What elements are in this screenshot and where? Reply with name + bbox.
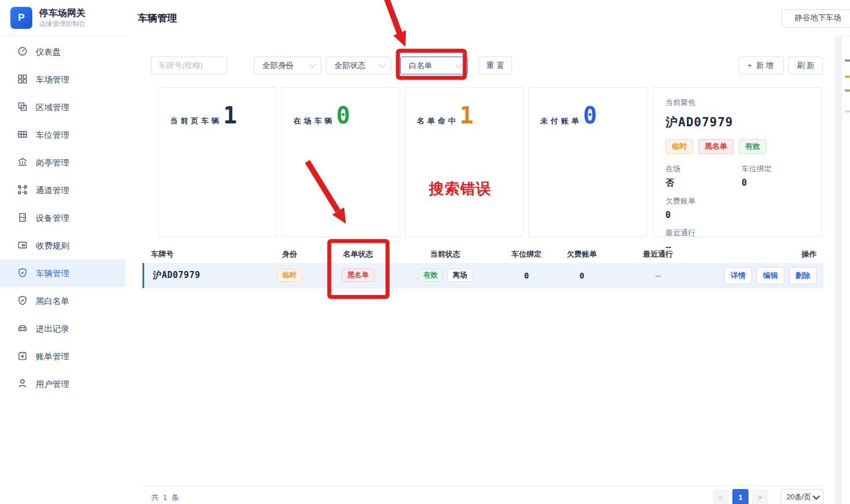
chevron-down-icon [309, 61, 316, 68]
cell-slot-bind: 0 [495, 271, 558, 280]
header-slot-bind: 车位绑定 [495, 249, 558, 259]
stat-card-onsite: 在场车辆 0 [281, 87, 400, 237]
sidebar-item-parking-lot[interactable]: 车场管理 [0, 66, 126, 93]
field-label: 车位绑定 [742, 164, 810, 174]
sidebar-item-channel[interactable]: 通道管理 [0, 176, 126, 204]
app-subtitle: 边缘管理控制台 [39, 20, 86, 28]
status-select[interactable]: 全部状态 [326, 57, 392, 74]
sidebar-item-label: 车场管理 [36, 74, 69, 85]
main-content: 全部身份 全部状态 白名单 重置 + 新增 刷新 当前页车辆 [126, 36, 835, 504]
field-label: 在场 [665, 164, 742, 174]
stat-card-unpaid: 未付账单 0 [528, 87, 647, 237]
device-icon [17, 212, 28, 224]
fee-rule-icon [17, 240, 28, 252]
sidebar-item-label: 区域管理 [36, 102, 69, 113]
focus-plate-number: 沪AD07979 [665, 114, 810, 130]
clipped-content-fragment [845, 76, 850, 78]
field-value: 0 [742, 178, 810, 188]
pagination-divider [142, 486, 823, 486]
blacklist-icon [17, 295, 28, 307]
badge-left-site: 离场 [447, 269, 472, 282]
add-button[interactable]: + 新增 [739, 57, 784, 74]
reset-button[interactable]: 重置 [479, 57, 512, 74]
chevron-down-icon [379, 61, 386, 68]
header-current-status: 当前状态 [395, 249, 495, 259]
sidebar-item-records[interactable]: 进出记录 [0, 315, 126, 343]
sidebar-item-vehicle[interactable]: 车辆管理 [0, 259, 126, 287]
status-select-value: 全部状态 [334, 61, 366, 71]
table-row[interactable]: 沪AD07979 临时 黑名单 有效 离场 0 0 -- 详情 编辑 删除 [142, 263, 823, 288]
venue-selector-button[interactable]: 静谷地下车场 [781, 9, 850, 28]
app-window: P 停车场网关 边缘管理控制台 仪表盘 车场管理 区域管理 车位管理 [0, 0, 850, 504]
cell-unpaid: 0 [558, 271, 606, 280]
identity-select[interactable]: 全部身份 [254, 57, 321, 74]
sidebar: P 停车场网关 边缘管理控制台 仪表盘 车场管理 区域管理 车位管理 [0, 0, 126, 504]
plate-search-input[interactable] [157, 61, 221, 70]
badge-valid: 有效 [739, 139, 766, 154]
delete-button[interactable]: 删除 [789, 267, 817, 284]
sidebar-item-device[interactable]: 设备管理 [0, 204, 126, 232]
sidebar-item-label: 车辆管理 [36, 268, 69, 279]
sidebar-item-bills[interactable]: 账单管理 [0, 343, 126, 370]
focus-panel: 当前聚焦 沪AD07979 临时 黑名单 有效 在场 否 车位绑定 0 [653, 87, 822, 237]
sidebar-item-blacklist[interactable]: 黑白名单 [0, 287, 126, 315]
cell-plate: 沪AD07979 [144, 270, 258, 281]
sidebar-item-parking-slot[interactable]: 车位管理 [0, 121, 126, 149]
channel-icon [17, 185, 28, 197]
sidebar-item-fee-rule[interactable]: 收费规则 [0, 232, 126, 259]
page-size-select[interactable]: 20条/页 [781, 489, 823, 504]
stat-label: 当前页车辆 [170, 116, 222, 126]
app-logo: P [10, 7, 32, 29]
stat-cards: 当前页车辆 1 在场车辆 0 名单命中 1 未付账单 0 [126, 87, 835, 238]
stat-value: 1 [223, 105, 237, 126]
stat-value: 0 [336, 105, 350, 126]
header-list-status: 名单状态 [321, 249, 395, 259]
list-select-value: 白名单 [409, 61, 432, 71]
next-page-button[interactable]: > [752, 489, 768, 504]
stat-value: 1 [460, 105, 473, 126]
record-icon [17, 323, 28, 335]
header-unpaid: 欠费账单 [558, 249, 606, 259]
stat-label: 在场车辆 [294, 116, 335, 126]
sidebar-item-dashboard[interactable]: 仪表盘 [0, 38, 126, 66]
clipped-content-fragment [845, 89, 850, 92]
bill-icon [17, 351, 28, 363]
panel-gap [835, 36, 841, 504]
sidebar-item-label: 进出记录 [36, 324, 69, 334]
detail-button[interactable]: 详情 [724, 267, 752, 284]
prev-page-button[interactable]: < [713, 489, 729, 504]
focus-fields: 在场 否 车位绑定 0 [665, 156, 810, 189]
field-value: 0 [665, 210, 810, 220]
chevron-down-icon [813, 492, 820, 500]
header-identity: 身份 [258, 249, 321, 259]
vehicle-table: 车牌号 身份 名单状态 当前状态 车位绑定 欠费账单 最近通行 操作 沪AD07… [142, 245, 823, 288]
stat-label: 名单命中 [417, 116, 458, 126]
header-last-pass: 最近通行 [606, 249, 710, 259]
sidebar-item-region[interactable]: 区域管理 [0, 93, 126, 121]
stat-label: 未付账单 [540, 116, 582, 126]
badge-valid: 有效 [418, 269, 443, 282]
user-icon [17, 378, 28, 390]
sidebar-item-booth[interactable]: 岗亭管理 [0, 149, 126, 176]
badge-blacklist: 黑名单 [342, 269, 374, 282]
cell-last-pass: -- [606, 271, 710, 280]
clipped-content-fragment [845, 110, 850, 112]
plus-icon: + [747, 61, 754, 70]
plate-search-field[interactable] [151, 57, 227, 74]
refresh-button[interactable]: 刷新 [788, 57, 823, 74]
dashboard-icon [17, 46, 28, 58]
badge-temporary: 临时 [277, 269, 302, 282]
parking-slot-icon [17, 129, 28, 141]
badge-blacklist: 黑名单 [698, 139, 734, 154]
list-select[interactable]: 白名单 [400, 57, 468, 74]
badge-temporary: 临时 [665, 139, 693, 154]
sidebar-item-label: 仪表盘 [36, 47, 61, 58]
field-value: 否 [665, 178, 742, 189]
page-size-value: 20条/页 [787, 492, 811, 502]
booth-icon [17, 157, 28, 169]
page-1-button[interactable]: 1 [732, 489, 749, 504]
edit-button[interactable]: 编辑 [757, 267, 784, 284]
header-actions: 操作 [710, 249, 823, 259]
filter-bar: 全部身份 全部状态 白名单 重置 + 新增 刷新 [126, 57, 835, 75]
sidebar-item-users[interactable]: 用户管理 [0, 370, 126, 398]
